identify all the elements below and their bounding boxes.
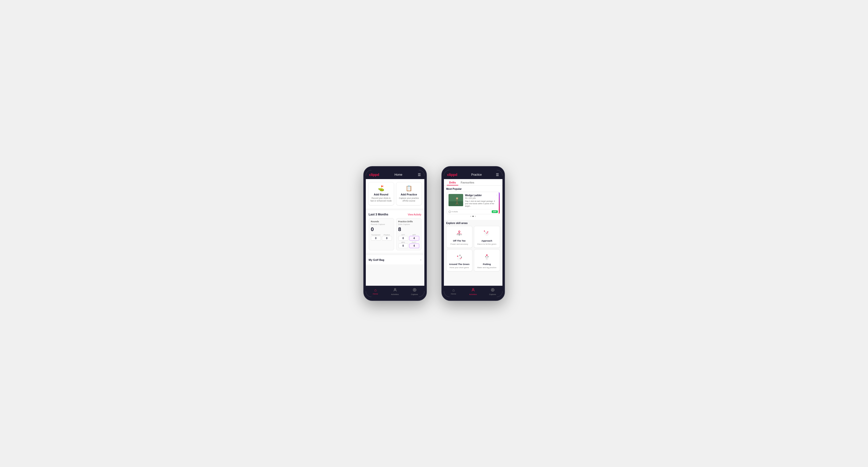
skill-areas-section: Explore skill areas <box>444 220 502 273</box>
add-round-desc: Record your shots in fast or enhanced mo… <box>370 197 392 202</box>
dot-3 <box>475 216 476 217</box>
drill-info: Wedge Ladder 50–100 yds Play 1 shot at e… <box>465 194 498 207</box>
drill-shots-label: 9 shots <box>448 211 458 213</box>
drill-desc: Play 1 shot at each target yardage. If y… <box>465 200 498 207</box>
phone-home: clippd Home ☰ ⛳ Add Round Record your sh… <box>363 166 427 301</box>
activities-nav-label: Activities <box>391 293 399 295</box>
practice-logo: clippd <box>447 173 457 177</box>
nav-activities[interactable]: Activities <box>385 286 405 297</box>
ott-value: 0 <box>398 236 408 241</box>
golf-bag-label: My Golf Bag <box>369 258 384 261</box>
putting-name: Putting <box>483 263 491 266</box>
practice-header-title: Practice <box>471 173 482 177</box>
add-round-card[interactable]: ⛳ Add Round Record your shots in fast or… <box>368 182 394 206</box>
home-header: clippd Home ☰ <box>366 170 424 179</box>
rounds-sub-grid: Tournament 0 Practice 0 <box>371 234 392 241</box>
chevron-right-icon: › <box>420 258 421 261</box>
nav-home[interactable]: ⌂ Home <box>366 286 385 297</box>
skill-card-around-green[interactable]: Around The Green Hone your short game <box>446 249 472 271</box>
putting-icon-area <box>482 252 492 262</box>
drill-thumbnail <box>448 194 463 206</box>
skill-card-off-tee[interactable]: Off The Tee Power and accuracy <box>446 226 472 248</box>
rounds-big-number: 0 <box>371 226 392 232</box>
drill-footer: 9 shots APP <box>446 209 500 214</box>
drills-col: Practice Drills Drills Capture 8 OTT 0 A… <box>396 218 422 250</box>
practice-bottom-nav: ⌂ Home Activities Capture <box>444 286 502 297</box>
phone-practice: clippd Practice ☰ Drills Favourites Most… <box>441 166 505 301</box>
putt-label: PUTT <box>409 242 419 243</box>
approach-desc: Dial-in to hit the green <box>477 243 496 245</box>
practice-capture-icon <box>491 288 495 293</box>
svg-point-35 <box>472 288 474 290</box>
drills-sub-grid: OTT 0 APP 4 <box>398 234 419 241</box>
around-green-name: Around The Green <box>449 263 469 266</box>
practice-home-label: Home <box>451 293 456 295</box>
drills-sub-grid-2: ARG 0 PUTT 4 <box>398 242 419 248</box>
star-icon[interactable]: ☆ <box>496 193 498 197</box>
practice-tabs: Drills Favourites <box>444 179 502 186</box>
practice-nav-home[interactable]: ⌂ Home <box>444 286 463 297</box>
most-popular-section: Most Popular <box>444 186 502 220</box>
practice-cell: Practice 0 <box>382 234 392 241</box>
home-bottom-nav: ⌂ Home Activities Capture <box>366 286 424 297</box>
drill-range: 50–100 yds <box>465 197 498 199</box>
add-round-icon: ⛳ <box>378 185 384 191</box>
add-round-title: Add Round <box>374 193 388 196</box>
action-cards-container: ⛳ Add Round Record your shots in fast or… <box>366 179 424 208</box>
drill-card[interactable]: Wedge Ladder 50–100 yds Play 1 shot at e… <box>446 192 500 214</box>
putt-value: 4 <box>409 244 419 248</box>
add-practice-card[interactable]: 📋 Add Practice Capture your practice off… <box>396 182 422 206</box>
practice-activities-label: Activities <box>469 293 477 295</box>
arg-value: 0 <box>398 244 408 248</box>
skill-card-approach[interactable]: Approach Dial-in to hit the green <box>474 226 500 248</box>
arg-label: ARG <box>398 242 408 243</box>
svg-point-12 <box>459 231 460 232</box>
home-nav-label: Home <box>373 293 378 295</box>
svg-point-26 <box>457 256 458 257</box>
practice-hamburger-icon[interactable]: ☰ <box>496 173 499 177</box>
view-activity-link[interactable]: View Activity <box>408 213 421 216</box>
practice-nav-capture[interactable]: Capture <box>483 286 502 297</box>
drill-dots <box>446 214 500 218</box>
tournament-cell: Tournament 0 <box>371 234 381 241</box>
stats-header: Last 3 Months View Activity <box>369 213 422 216</box>
add-practice-desc: Capture your practice off-the-course <box>398 197 420 202</box>
capture-nav-icon <box>413 288 416 293</box>
practice-nav-activities[interactable]: Activities <box>463 286 483 297</box>
practice-home-icon: ⌂ <box>453 288 455 292</box>
add-practice-title: Add Practice <box>401 193 417 196</box>
tab-favourites[interactable]: Favourites <box>458 179 477 185</box>
golf-bag-row[interactable]: My Golf Bag › <box>366 255 424 264</box>
drills-big-number: 8 <box>398 226 419 232</box>
drill-side-bar <box>499 192 500 214</box>
rounds-col-title: Rounds <box>371 220 392 223</box>
tournament-value: 0 <box>371 236 381 241</box>
tab-drills[interactable]: Drills <box>447 179 459 185</box>
around-green-desc: Hone your short game <box>450 267 469 269</box>
practice-label: Practice <box>382 234 392 236</box>
home-header-title: Home <box>395 173 402 177</box>
svg-point-19 <box>487 233 487 234</box>
putt-cell: PUTT 4 <box>409 242 419 248</box>
phone-home-screen: clippd Home ☰ ⛳ Add Round Record your sh… <box>366 170 424 297</box>
svg-line-15 <box>459 233 461 234</box>
app-cell: APP 4 <box>409 234 419 241</box>
add-practice-icon: 📋 <box>406 185 412 191</box>
nav-capture[interactable]: Capture <box>405 286 424 297</box>
tournament-label: Tournament <box>371 234 381 236</box>
drills-capture-label: Drills Capture <box>398 223 419 225</box>
drill-app-badge: APP <box>492 210 498 213</box>
off-tee-icon-area <box>454 229 464 238</box>
ott-cell: OTT 0 <box>398 234 408 241</box>
stats-grid: Rounds Rounds Capture 0 Tournament 0 Pra… <box>369 218 422 250</box>
approach-name: Approach <box>482 239 492 242</box>
svg-point-25 <box>459 258 460 259</box>
svg-line-14 <box>457 233 459 234</box>
drills-col-title: Practice Drills <box>398 220 419 223</box>
app-value: 4 <box>409 236 419 241</box>
skill-card-putting[interactable]: Putting Make and lag practice <box>474 249 500 271</box>
hamburger-icon[interactable]: ☰ <box>418 173 421 177</box>
home-nav-icon: ⌂ <box>374 288 377 292</box>
skill-grid: Off The Tee Power and accuracy <box>446 226 500 271</box>
most-popular-label: Most Popular <box>446 188 500 190</box>
